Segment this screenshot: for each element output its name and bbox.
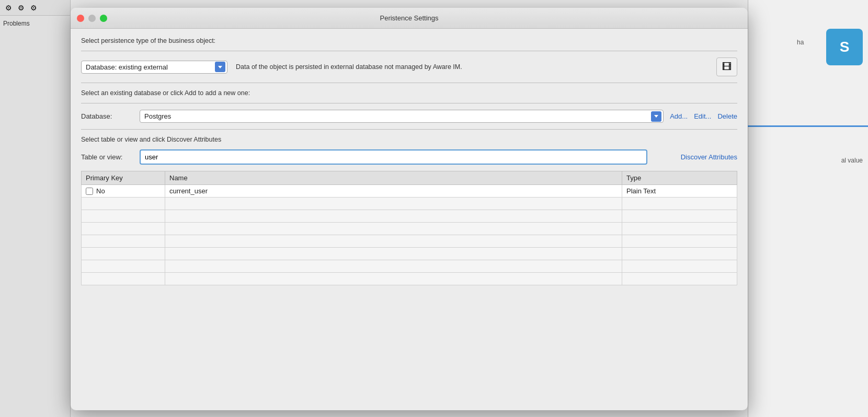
cell-primary-key-empty [82, 223, 165, 235]
table-row [82, 235, 737, 248]
divider-2 [81, 83, 737, 83]
table-row [82, 248, 737, 260]
table-header-row: Primary Key Name Type [82, 171, 737, 185]
cell-name-empty [165, 198, 622, 210]
table-view-label: Table or view: [81, 153, 133, 161]
attributes-table: Primary Key Name Type No [81, 171, 737, 285]
cell-primary-key-empty [82, 235, 165, 248]
cell-name-empty [165, 235, 622, 248]
table-row: No current_user Plain Text [82, 185, 737, 198]
primary-key-checkbox[interactable] [86, 188, 93, 195]
cell-name-empty [165, 248, 622, 260]
cell-type-empty [622, 198, 737, 210]
database-field-row: Database: Postgres Add... Edit... Delete [81, 110, 737, 123]
cell-type-empty [622, 210, 737, 223]
cell-type-empty [622, 248, 737, 260]
persistence-type-label: Select persistence type of the business … [81, 37, 737, 44]
table-row [82, 260, 737, 273]
dialog-titlebar: Peristence Settings [71, 8, 748, 29]
gear-icon-1: ⚙ [3, 3, 14, 13]
film-icon-button[interactable]: 🎞 [716, 57, 737, 76]
ide-right-panel: S ha al value [748, 0, 868, 417]
close-button[interactable] [77, 15, 84, 22]
table-section-label: Select table or view and click Discover … [81, 136, 737, 143]
table-view-input[interactable] [140, 149, 647, 165]
gear-icon-3: ⚙ [28, 3, 39, 13]
table-row [82, 273, 737, 285]
right-panel-text: ha [795, 37, 868, 48]
table-row [82, 223, 737, 235]
persistence-row: Database: existing external Data of the … [81, 57, 737, 76]
add-link[interactable]: Add... [670, 112, 688, 120]
delete-link[interactable]: Delete [717, 112, 737, 120]
cell-primary-key: No [82, 185, 165, 198]
persistence-settings-dialog: Peristence Settings Select persistence t… [71, 8, 748, 410]
database-select-wrapper: Postgres [140, 110, 664, 123]
cell-name-empty [165, 223, 622, 235]
value-text: al value [841, 157, 863, 164]
cell-type: Plain Text [622, 185, 737, 198]
header-type: Type [622, 171, 737, 185]
header-name: Name [165, 171, 622, 185]
blue-line-decoration [748, 125, 868, 127]
ide-toolbar: ⚙ ⚙ ⚙ [0, 0, 70, 16]
divider-1 [81, 51, 737, 51]
database-section-label: Select an existing database or click Add… [81, 89, 737, 97]
maximize-button[interactable] [100, 15, 107, 22]
dialog-title: Peristence Settings [380, 14, 438, 22]
table-row [82, 198, 737, 210]
database-label: Database: [81, 112, 133, 120]
cell-type-empty [622, 260, 737, 273]
cell-type-empty [622, 273, 737, 285]
persistence-type-select-wrapper: Database: existing external [81, 61, 227, 74]
cell-primary-key-empty [82, 210, 165, 223]
database-select[interactable]: Postgres [140, 110, 664, 123]
attributes-table-body: No current_user Plain Text [82, 185, 737, 285]
cell-name-empty [165, 260, 622, 273]
gear-icon-2: ⚙ [16, 3, 26, 13]
persistence-type-select[interactable]: Database: existing external [81, 61, 227, 74]
table-row [82, 210, 737, 223]
cell-primary-key-empty [82, 260, 165, 273]
cell-primary-key-empty [82, 273, 165, 285]
cell-name: current_user [165, 185, 622, 198]
divider-4 [81, 129, 737, 130]
minimize-button[interactable] [88, 15, 96, 22]
persistence-description: Data of the object is persisted in exter… [236, 63, 708, 71]
dialog-content: Select persistence type of the business … [71, 29, 748, 410]
window-controls [77, 15, 107, 22]
cell-name-empty [165, 273, 622, 285]
ide-left-panel: ⚙ ⚙ ⚙ Problems [0, 0, 71, 417]
edit-link[interactable]: Edit... [694, 112, 711, 120]
database-actions: Add... Edit... Delete [670, 112, 737, 120]
divider-3 [81, 103, 737, 103]
discover-attributes-button[interactable]: Discover Attributes [654, 153, 737, 161]
table-view-row: Table or view: Discover Attributes [81, 149, 737, 165]
cell-name-empty [165, 210, 622, 223]
cell-type-empty [622, 223, 737, 235]
cell-primary-key-empty [82, 198, 165, 210]
problems-label: Problems [0, 16, 70, 31]
cell-primary-key-empty [82, 248, 165, 260]
cell-type-empty [622, 235, 737, 248]
header-primary-key: Primary Key [82, 171, 165, 185]
